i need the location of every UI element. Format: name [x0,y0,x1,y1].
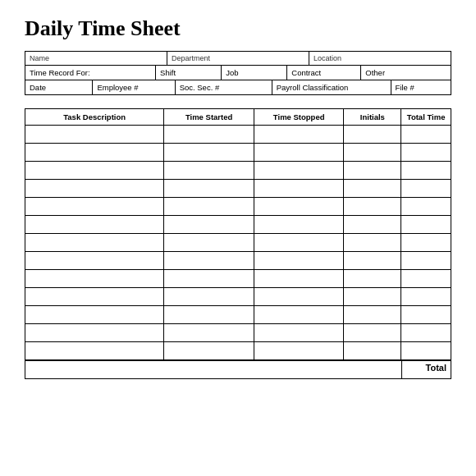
soc-sec-label: Soc. Sec. # [180,83,220,92]
soc-sec-header: Soc. Sec. # [176,80,272,94]
table-row [25,306,451,324]
col-initials: Initials [344,109,401,125]
table-row [25,198,451,216]
header-row-1: Name Department Location [25,52,451,66]
col-task-desc: Task Description [25,109,164,125]
table-row [25,162,451,180]
date-header: Date [25,80,93,94]
employee-header: Employee # [93,80,175,94]
job-label: Job [226,68,238,77]
time-record-label: Time Record For: [30,68,90,77]
table-row [25,252,451,270]
table-row [25,216,451,234]
other-label: Other [365,68,385,77]
table-row [25,270,451,288]
header-row-3: Date Employee # Soc. Sec. # Payroll Clas… [25,80,451,94]
table-row [25,324,451,342]
table-row [25,126,451,144]
col-total-time: Total Time [401,109,451,125]
table-row [25,180,451,198]
table-row [25,234,451,252]
other-cell: Other [361,66,451,80]
table-row [25,342,451,360]
header-row-2: Time Record For: Shift Job Contract Othe… [25,66,451,80]
payroll-header: Payroll Classification [272,80,391,94]
contract-cell: Contract [287,66,361,80]
time-record-cell: Time Record For: [25,66,156,80]
table-row [25,288,451,306]
name-label: Name [30,54,162,62]
job-cell: Job [222,66,287,80]
contract-label: Contract [291,68,321,77]
name-cell: Name [25,52,167,65]
col-time-started: Time Started [164,109,254,125]
table-row [25,144,451,162]
task-table-header: Task Description Time Started Time Stopp… [25,109,451,126]
col-time-stopped: Time Stopped [254,109,345,125]
file-label: File # [396,83,414,92]
employee-label: Employee # [97,83,138,92]
location-label: Location [314,54,446,62]
location-cell: Location [309,52,451,65]
department-label: Department [172,54,304,62]
department-cell: Department [167,52,309,65]
shift-cell: Shift [156,66,222,80]
page-title: Daily Time Sheet [25,16,451,41]
shift-label: Shift [160,68,176,77]
header-section: Name Department Location Time Record For… [25,51,451,95]
total-row: Total [25,360,451,378]
payroll-label: Payroll Classification [277,83,349,92]
task-table: Task Description Time Started Time Stopp… [25,108,451,379]
date-label: Date [30,83,46,92]
file-header: File # [391,80,451,94]
total-label: Total [401,361,451,378]
